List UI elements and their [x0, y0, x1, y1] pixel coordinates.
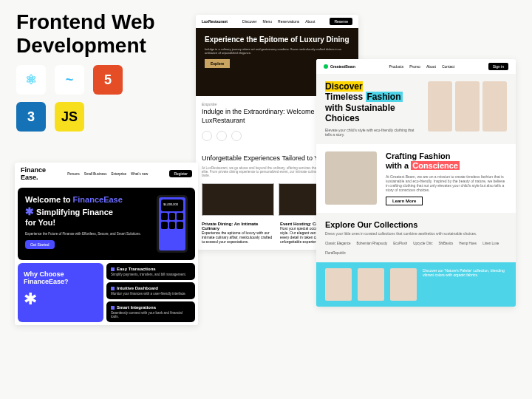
category-link[interactable]: Bohemian Rhapsody: [357, 242, 388, 245]
lux-hero-sub: Indulge in a culinary journey where art …: [205, 47, 349, 55]
fe-nav-item[interactable]: Enterprise: [112, 172, 127, 176]
fe-nav-item[interactable]: Persons: [67, 172, 80, 176]
fe-brand: FinanceEase.: [21, 166, 46, 181]
feature-card: Easy Transactions Simplify payments, tra…: [106, 263, 195, 280]
gb-nav: GreatestBeam Products Promo About Contac…: [316, 59, 516, 74]
social-icon[interactable]: [202, 131, 212, 141]
gb-nav-item[interactable]: Contact: [442, 64, 454, 69]
register-button[interactable]: Register: [169, 170, 192, 177]
gb-coll-sub: Dress your little ones in curated collec…: [325, 231, 507, 236]
banner-kid-image: [325, 268, 352, 301]
lux-hero-title: Experience the Epitome of Luxury Dining: [205, 35, 349, 44]
lux-nav-item[interactable]: Menu: [263, 19, 273, 24]
lux-menu: Discover Menu Reservations About: [242, 19, 315, 24]
gb-nav-item[interactable]: About: [426, 64, 436, 69]
js-icon: JS: [55, 102, 84, 132]
social-icon[interactable]: [216, 131, 227, 141]
kid-image: [482, 81, 507, 132]
category-link[interactable]: Hemp Hues: [459, 242, 477, 245]
lux-brand: LuxRestaurant: [202, 19, 228, 24]
category-link[interactable]: EcoPlush: [393, 242, 407, 245]
html5-icon: 5: [93, 65, 123, 95]
fe-card: FinanceEase. Persons Small Business Ente…: [15, 163, 198, 325]
balance-card: $4,000,000: [161, 200, 183, 211]
banner-text: Discover our 'Nature's Palette' collecti…: [423, 268, 507, 277]
lux-explore-button[interactable]: Explore: [205, 59, 230, 68]
fe-hero-sub: Experience the Future of Finance with Ef…: [25, 232, 151, 236]
learn-more-button[interactable]: Learn More: [386, 197, 423, 205]
lux-reserve-button[interactable]: Reserve: [330, 18, 352, 25]
gb-signin-button[interactable]: Sign in: [488, 63, 508, 70]
gb-nav-item[interactable]: Promo: [409, 64, 420, 69]
gb-craft-title: Crafting Fashion with a Conscience: [386, 151, 507, 171]
feature-icon: [111, 287, 115, 290]
feature-icon: [111, 267, 115, 271]
category-link[interactable]: Upcycle Chic: [413, 242, 432, 245]
react-icon: ⚛: [16, 65, 46, 95]
lux-tag: Exquisite: [202, 102, 216, 106]
fe-nav-item[interactable]: Small Business: [84, 172, 107, 176]
page-title: Frontend Web Development: [16, 10, 155, 58]
lux-image: [202, 183, 274, 216]
fe-hero-title: Welcome to FinanceEase ✱ Simplifying Fin…: [25, 195, 151, 228]
banner-kid-image: [390, 268, 417, 301]
category-link[interactable]: Linen Luxe: [482, 242, 499, 245]
star-icon: ✱: [24, 290, 98, 309]
category-link[interactable]: FloraRepublic: [325, 251, 346, 255]
lux-nav-item[interactable]: Discover: [242, 19, 256, 24]
feature-card: Smart Integrations Seamlessly connect wi…: [106, 301, 195, 322]
fe-nav-item[interactable]: What's new: [131, 172, 148, 176]
gb-logo-icon: [324, 64, 328, 69]
gb-craft-text: At Greatest Beam, we are on a mission to…: [386, 174, 507, 192]
lux-nav: LuxRestaurant Discover Menu Reservations…: [196, 15, 358, 28]
gb-card: GreatestBeam Products Promo About Contac…: [316, 59, 516, 307]
tailwind-icon: ~: [55, 65, 84, 95]
tech-stack-icons: ⚛ ~ 5 3 JS: [16, 65, 123, 132]
gb-coll-title: Explore Our Collections: [325, 220, 507, 229]
kid-image: [455, 81, 480, 132]
gb-categories: Classic Elegance Bohemian Rhapsody EcoPl…: [325, 242, 507, 255]
banner-kid-image: [358, 268, 384, 301]
why-title: Why Choose FinanceEase?: [24, 270, 98, 285]
gb-hero-sub: Elevate your child's style with eco-frie…: [325, 128, 420, 137]
gb-hero-title: Discover Timeless Fashion with Sustainab…: [325, 81, 420, 124]
family-image: [325, 151, 377, 205]
feature-card: Intuitive Dashboard Monitor your finance…: [106, 282, 195, 299]
css3-icon: 3: [16, 102, 46, 132]
gb-nav-item[interactable]: Products: [389, 64, 403, 69]
category-link[interactable]: Classic Elegance: [325, 242, 351, 245]
get-started-button[interactable]: Get Started: [25, 240, 55, 249]
phone-mockup: $4,000,000: [157, 195, 188, 253]
lux-nav-item[interactable]: About: [305, 19, 315, 24]
lux-nav-item[interactable]: Reservations: [278, 19, 299, 24]
social-icon[interactable]: [231, 131, 242, 141]
kid-image: [428, 81, 452, 132]
category-link[interactable]: ShiBasics: [439, 242, 454, 245]
gb-brand: GreatestBeam: [324, 64, 355, 69]
feature-icon: [111, 306, 115, 310]
lux-card1-title: Private Dining: An Intimate Culinary: [202, 222, 258, 231]
lux-card1-text: Experience the epitome of luxury with ou…: [202, 231, 274, 244]
